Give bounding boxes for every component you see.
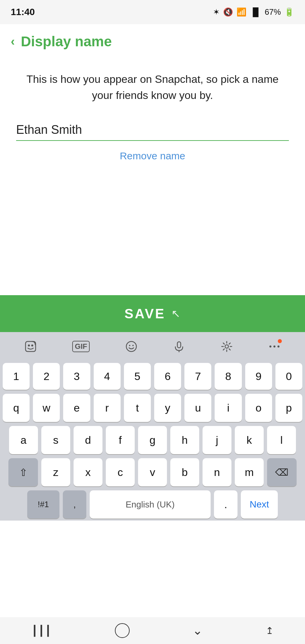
key-r[interactable]: r [94, 394, 121, 422]
nav-back-icon[interactable]: ┃┃┃ [32, 625, 52, 637]
key-w[interactable]: w [33, 394, 60, 422]
svg-point-1 [28, 344, 30, 346]
key-y[interactable]: y [154, 394, 181, 422]
nav-home-icon[interactable] [115, 623, 130, 638]
key-s[interactable]: s [41, 426, 70, 454]
remove-name-button[interactable]: Remove name [16, 150, 289, 162]
nav-bar: ┃┃┃ ⌄ ↥ [0, 617, 305, 644]
status-time: 11:40 [11, 7, 35, 17]
content-area: This is how you appear on Snapchat, so p… [0, 58, 305, 162]
cursor-icon: ↖ [171, 307, 180, 320]
key-2[interactable]: 2 [33, 363, 60, 390]
key-4[interactable]: 4 [94, 363, 121, 390]
key-z[interactable]: z [41, 458, 70, 486]
wifi-icon: 📶 [236, 7, 247, 17]
keyboard-row-z: ⇧ z x c v b n m ⌫ [0, 456, 305, 488]
header: ‹ Display name [0, 24, 305, 58]
key-1[interactable]: 1 [3, 363, 30, 390]
key-c[interactable]: c [106, 458, 135, 486]
sticker-icon[interactable] [25, 340, 37, 353]
signal-icon: ▐▌ [250, 7, 261, 17]
keyboard-row-numbers: 1 2 3 4 5 6 7 8 9 0 [0, 361, 305, 392]
keyboard-toolbar: GIF [0, 332, 305, 361]
key-u[interactable]: u [184, 394, 211, 422]
display-name-input[interactable] [16, 120, 289, 141]
more-icon[interactable] [268, 340, 280, 353]
key-8[interactable]: 8 [215, 363, 242, 390]
page-title: Display name [21, 34, 112, 50]
svg-point-9 [269, 345, 271, 347]
svg-point-8 [225, 345, 228, 348]
key-9[interactable]: 9 [245, 363, 272, 390]
nav-keyboard-icon[interactable]: ↥ [266, 625, 273, 636]
svg-point-11 [277, 345, 279, 347]
key-n[interactable]: n [203, 458, 231, 486]
svg-point-2 [31, 344, 33, 346]
description-text: This is how you appear on Snapchat, so p… [16, 71, 289, 103]
key-f[interactable]: f [106, 426, 135, 454]
battery-icon: 🔋 [284, 7, 294, 17]
period-key[interactable]: . [214, 490, 237, 519]
svg-rect-0 [26, 341, 36, 352]
keyboard-row-a: a s d f g h j k l [0, 424, 305, 456]
key-i[interactable]: i [215, 394, 242, 422]
save-button[interactable]: SAVE ↖ [0, 295, 305, 332]
key-o[interactable]: o [245, 394, 272, 422]
key-e[interactable]: e [63, 394, 90, 422]
backspace-key[interactable]: ⌫ [267, 458, 297, 486]
shift-key[interactable]: ⇧ [8, 458, 38, 486]
notification-dot [278, 339, 282, 343]
next-key[interactable]: Next [241, 490, 278, 519]
key-6[interactable]: 6 [154, 363, 181, 390]
settings-icon[interactable] [221, 340, 233, 353]
key-l[interactable]: l [267, 426, 296, 454]
key-g[interactable]: g [138, 426, 167, 454]
key-0[interactable]: 0 [275, 363, 302, 390]
bluetooth-icon: ✶ [213, 7, 220, 17]
key-5[interactable]: 5 [124, 363, 151, 390]
nav-down-icon[interactable]: ⌄ [192, 624, 203, 638]
key-a[interactable]: a [9, 426, 38, 454]
emoji-icon[interactable] [125, 340, 137, 353]
comma-key[interactable]: , [63, 490, 86, 519]
status-bar: 11:40 ✶ 🔇 📶 ▐▌ 67% 🔋 [0, 0, 305, 24]
back-button[interactable]: ‹ [11, 35, 15, 49]
status-icons: ✶ 🔇 📶 ▐▌ 67% 🔋 [213, 7, 294, 17]
key-h[interactable]: h [170, 426, 199, 454]
keyboard-row-q: q w e r t y u i o p [0, 392, 305, 424]
symbols-key[interactable]: !#1 [27, 490, 59, 519]
svg-rect-6 [177, 342, 181, 348]
key-p[interactable]: p [275, 394, 302, 422]
key-j[interactable]: j [203, 426, 231, 454]
save-label: SAVE [125, 306, 166, 321]
key-t[interactable]: t [124, 394, 151, 422]
space-key[interactable]: English (UK) [90, 490, 211, 519]
key-m[interactable]: m [235, 458, 264, 486]
svg-point-5 [132, 345, 134, 346]
key-b[interactable]: b [170, 458, 199, 486]
svg-point-10 [273, 345, 275, 347]
key-3[interactable]: 3 [63, 363, 90, 390]
key-q[interactable]: q [3, 394, 30, 422]
key-v[interactable]: v [138, 458, 167, 486]
svg-point-4 [129, 345, 130, 346]
mute-icon: 🔇 [223, 7, 233, 17]
name-input-container [16, 120, 289, 141]
svg-point-3 [126, 341, 136, 352]
key-7[interactable]: 7 [184, 363, 211, 390]
mic-icon[interactable] [173, 340, 185, 353]
key-x[interactable]: x [74, 458, 102, 486]
gif-icon[interactable]: GIF [72, 341, 90, 352]
battery-text: 67% [265, 7, 281, 17]
keyboard: 1 2 3 4 5 6 7 8 9 0 q w e r t y u i o p … [0, 361, 305, 521]
key-d[interactable]: d [74, 426, 102, 454]
key-k[interactable]: k [235, 426, 264, 454]
keyboard-bottom-row: !#1 , English (UK) . Next [0, 488, 305, 521]
